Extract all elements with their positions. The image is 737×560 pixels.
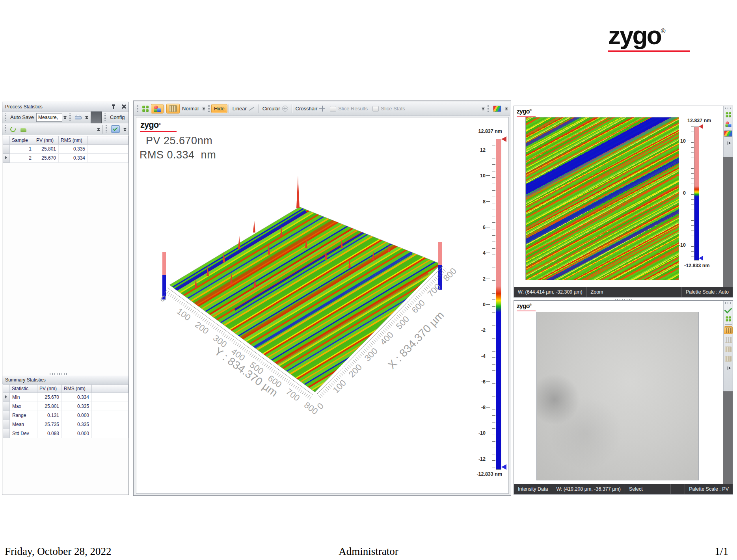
cell-rms[interactable]: 0.334 [62, 393, 92, 402]
cell-pv[interactable]: 0.093 [37, 429, 62, 438]
colorbar-min-marker[interactable] [699, 256, 703, 260]
cell-stat[interactable]: Mean [10, 420, 37, 429]
col-header-rms[interactable]: RMS (nm) [62, 384, 92, 393]
fit-view-button[interactable] [140, 104, 151, 113]
process-statistics-titlebar[interactable]: Process Statistics [2, 102, 128, 112]
colorbar-min-marker[interactable] [501, 464, 506, 470]
colorbar-max-marker[interactable] [501, 136, 506, 142]
cell-stat[interactable]: Std Dev [10, 429, 37, 438]
toolbar-grip[interactable] [488, 105, 489, 113]
measure-dropdown[interactable]: Measure, [36, 113, 62, 122]
accept-button[interactable] [724, 305, 733, 313]
mode-indicator[interactable]: Select [625, 484, 671, 494]
hide-button[interactable]: Hide [211, 104, 227, 113]
toolbar-grip[interactable] [5, 125, 6, 133]
cell-pv[interactable]: 25.801 [34, 145, 59, 154]
slice-stats-button[interactable]: Slice Stats [370, 104, 407, 113]
cell-rms[interactable]: 0.000 [62, 429, 92, 438]
cell-stat[interactable]: Max [10, 402, 37, 411]
measure-dropdown-icon[interactable] [63, 116, 67, 118]
zoom-surface-map[interactable] [525, 117, 679, 280]
display-mode-select[interactable]: Normal [180, 104, 201, 113]
cell-pv[interactable]: 0.131 [37, 411, 62, 420]
surface-3d-plot[interactable]: 0 100 200 300 400 500 600 700 800 Y : 83… [136, 117, 509, 494]
collapse-button[interactable] [724, 139, 733, 147]
mode-indicator[interactable]: Zoom [587, 287, 654, 297]
col-header-sample[interactable]: Sample [10, 136, 34, 145]
col-header-rms[interactable]: RMS (nm) [59, 136, 88, 145]
cell-rms[interactable]: 0.335 [62, 420, 92, 429]
palette-button[interactable] [491, 104, 504, 113]
apply-dropdown-icon[interactable] [123, 128, 127, 130]
refresh-button[interactable] [8, 125, 18, 133]
overflow-dropdown-icon[interactable] [482, 108, 485, 110]
row-marker-selected[interactable] [3, 154, 10, 163]
row-marker[interactable] [3, 420, 10, 429]
summary-statistics-titlebar[interactable]: Summary Statistics [2, 376, 128, 384]
cell-rms[interactable]: 0.335 [62, 402, 92, 411]
row-marker[interactable] [3, 411, 10, 420]
intensity-image[interactable] [536, 312, 699, 480]
row-marker[interactable] [3, 429, 10, 438]
auto-save-button[interactable]: Auto Save [8, 113, 36, 121]
crosshair-button[interactable]: Crosshair [293, 104, 328, 113]
display-mode-button[interactable] [166, 104, 180, 113]
pin-icon[interactable] [112, 104, 115, 109]
apply-button[interactable] [109, 124, 122, 134]
cell-rms[interactable]: 0.335 [59, 145, 88, 154]
collapse-button[interactable] [724, 364, 733, 372]
print-button[interactable] [73, 113, 84, 121]
row-marker-selected[interactable] [3, 393, 10, 402]
colorbar[interactable] [496, 139, 501, 470]
cell-pv[interactable]: 25.670 [37, 393, 62, 402]
palette-dropdown-icon[interactable] [505, 108, 508, 110]
surface-plot-area[interactable]: zygo® PV 25.670nm RMS 0.334 nm [136, 117, 509, 494]
splitter-handle[interactable] [50, 373, 67, 375]
cell-pv[interactable]: 25.735 [37, 420, 62, 429]
solid-view-button[interactable] [151, 104, 164, 113]
fit-view-button[interactable] [724, 315, 733, 323]
colorbar-max-marker[interactable] [699, 124, 703, 129]
slice-results-button[interactable]: Slice Results [328, 104, 370, 113]
toolbar-grip[interactable] [208, 105, 210, 113]
solid-view-button[interactable] [724, 120, 733, 128]
cell-pv[interactable]: 25.670 [34, 154, 59, 163]
linear-slice-button[interactable]: Linear [230, 104, 257, 113]
cell-stat[interactable]: Min [10, 393, 37, 402]
colorbar[interactable] [694, 127, 699, 260]
toolbar-handle[interactable] [725, 108, 731, 109]
cell-rms[interactable]: 0.334 [59, 154, 88, 163]
load-button[interactable] [18, 125, 29, 133]
col-header-pv[interactable]: PV (nm) [37, 384, 62, 393]
toolbar-grip[interactable] [137, 105, 138, 113]
fit-view-button[interactable] [724, 111, 733, 119]
cell-pv[interactable]: 25.801 [37, 402, 62, 411]
fringes-alt-button[interactable] [724, 355, 733, 363]
cell-stat[interactable]: Range [10, 411, 37, 420]
display-mode-dropdown-icon[interactable] [202, 108, 205, 110]
data-type[interactable]: Intensity Data [514, 484, 552, 494]
row-marker[interactable] [3, 402, 10, 411]
toolbar-grip[interactable] [106, 125, 107, 133]
toolbar-handle[interactable] [725, 302, 731, 304]
cell-rms[interactable]: 0.000 [62, 411, 92, 420]
palette-button[interactable] [724, 130, 733, 138]
print-dropdown-icon[interactable] [85, 116, 88, 118]
palette-scale[interactable]: Palette Scale : Auto [681, 287, 733, 297]
fringes-button[interactable] [724, 345, 733, 353]
circular-slice-button[interactable]: Circular [260, 104, 290, 113]
overflow-dropdown-icon[interactable] [97, 128, 100, 130]
row-marker[interactable] [3, 145, 10, 154]
toolbar-grip[interactable] [5, 113, 6, 121]
close-icon[interactable] [121, 104, 126, 109]
cell-sample[interactable]: 1 [10, 145, 34, 154]
toolbar-grip[interactable] [69, 113, 71, 121]
cell-sample[interactable]: 2 [10, 154, 34, 163]
palette-scale[interactable]: Palette Scale : PV [685, 484, 733, 494]
intensity-map-button[interactable] [724, 326, 733, 334]
col-header-pv[interactable]: PV (nm) [34, 136, 59, 145]
surface-map-button[interactable] [724, 336, 733, 344]
col-header-stat[interactable]: Statistic [10, 384, 37, 393]
config-button[interactable]: Config [108, 113, 127, 121]
toolbar-grip[interactable] [104, 113, 106, 121]
